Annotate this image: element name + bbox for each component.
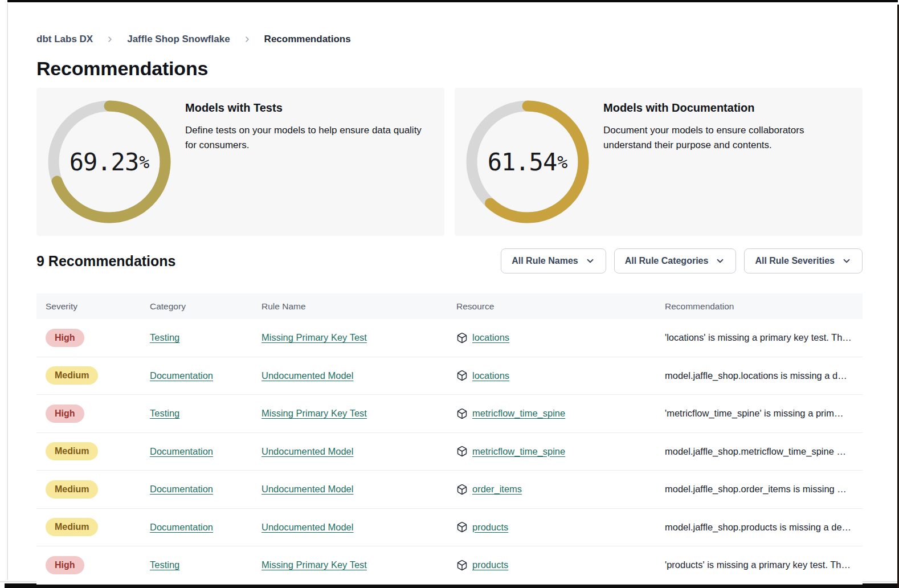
resource-link[interactable]: order_items xyxy=(472,484,522,495)
category-link[interactable]: Documentation xyxy=(150,522,213,532)
resource-link[interactable]: metricflow_time_spine xyxy=(472,408,565,419)
models-with-documentation-card: 61.54% Models with Documentation Documen… xyxy=(455,88,863,236)
resource-link[interactable]: locations xyxy=(472,370,509,381)
filter-label: All Rule Categories xyxy=(625,256,709,266)
app-window: dbt Labs DX Jaffle Shop Snowflake Recomm… xyxy=(0,0,899,588)
rule-name-link[interactable]: Undocumented Model xyxy=(261,370,353,381)
table-row: Medium Documentation Undocumented Model … xyxy=(36,509,863,547)
rule-categories-filter-dropdown[interactable]: All Rule Categories xyxy=(614,248,737,273)
tests-percentage-value: 69.23% xyxy=(48,100,171,223)
resource-link[interactable]: locations xyxy=(472,332,509,343)
filter-label: All Rule Severities xyxy=(755,256,835,266)
documentation-percentage-value: 61.54% xyxy=(466,100,589,223)
chevron-down-icon xyxy=(841,256,852,266)
rule-name-link[interactable]: Missing Primary Key Test xyxy=(261,560,367,570)
filter-bar: All Rule Names All Rule Categories All R… xyxy=(501,248,863,273)
rule-severities-filter-dropdown[interactable]: All Rule Severities xyxy=(744,248,863,273)
recommendation-text: model.jaffle_shop.metricflow_time_spine … xyxy=(656,446,863,457)
severity-badge: High xyxy=(46,329,84,347)
breadcrumb-item-project[interactable]: Jaffle Shop Snowflake xyxy=(127,34,230,45)
card-description: Define tests on your models to help ensu… xyxy=(185,123,430,153)
rule-name-link[interactable]: Undocumented Model xyxy=(261,522,353,532)
recommendations-list-header: 9 Recommendations All Rule Names All Rul… xyxy=(36,248,863,273)
model-cube-icon xyxy=(456,484,468,495)
card-title: Models with Documentation xyxy=(603,101,848,115)
recommendation-text: 'metricflow_time_spine' is missing a pri… xyxy=(656,408,863,419)
models-with-documentation-donut-chart: 61.54% xyxy=(466,100,589,223)
category-link[interactable]: Documentation xyxy=(150,446,213,456)
table-row: Medium Documentation Undocumented Model … xyxy=(36,471,863,509)
breadcrumb: dbt Labs DX Jaffle Shop Snowflake Recomm… xyxy=(36,34,863,45)
rule-names-filter-dropdown[interactable]: All Rule Names xyxy=(501,248,606,273)
table-row: Medium Documentation Undocumented Model … xyxy=(36,433,863,471)
recommendation-text: 'locations' is missing a primary key tes… xyxy=(656,332,863,343)
column-header-recommendation: Recommendation xyxy=(656,301,863,312)
category-link[interactable]: Testing xyxy=(150,332,179,342)
column-header-rule-name: Rule Name xyxy=(252,301,447,312)
resource-link[interactable]: products xyxy=(472,522,508,533)
rule-name-link[interactable]: Missing Primary Key Test xyxy=(261,408,367,418)
rule-name-link[interactable]: Undocumented Model xyxy=(261,484,353,494)
model-cube-icon xyxy=(456,446,468,457)
column-header-resource: Resource xyxy=(447,301,656,312)
chevron-right-icon xyxy=(105,35,115,44)
table-row: Medium Documentation Undocumented Model … xyxy=(36,357,863,395)
severity-badge: Medium xyxy=(46,442,98,460)
category-link[interactable]: Testing xyxy=(150,560,179,570)
breadcrumb-item-account[interactable]: dbt Labs DX xyxy=(36,34,93,45)
severity-badge: Medium xyxy=(46,366,98,385)
breadcrumb-item-current: Recommendations xyxy=(264,34,351,45)
severity-badge: High xyxy=(46,556,84,574)
severity-badge: High xyxy=(46,405,84,423)
rule-name-link[interactable]: Undocumented Model xyxy=(261,446,353,456)
model-cube-icon xyxy=(456,521,468,533)
model-cube-icon xyxy=(456,560,468,571)
recommendation-text: model.jaffle_shop.products is missing a … xyxy=(656,522,863,533)
models-with-tests-card: 69.23% Models with Tests Define tests on… xyxy=(36,88,444,236)
table-row: High Testing Missing Primary Key Test pr… xyxy=(36,546,863,585)
card-description: Document your models to ensure collabora… xyxy=(603,123,848,153)
card-title: Models with Tests xyxy=(185,101,430,115)
severity-badge: Medium xyxy=(46,480,98,499)
severity-badge: Medium xyxy=(46,518,98,536)
recommendations-table: Severity Category Rule Name Resource Rec… xyxy=(36,293,863,585)
score-cards: 69.23% Models with Tests Define tests on… xyxy=(36,88,863,236)
recommendation-text: model.jaffle_shop.order_items is missing… xyxy=(656,484,863,495)
recommendation-text: model.jaffle_shop.locations is missing a… xyxy=(656,370,863,381)
chevron-down-icon xyxy=(715,256,725,266)
category-link[interactable]: Documentation xyxy=(150,484,213,494)
chevron-right-icon xyxy=(243,35,252,44)
category-link[interactable]: Documentation xyxy=(150,370,213,381)
model-cube-icon xyxy=(456,332,468,344)
resource-link[interactable]: metricflow_time_spine xyxy=(472,446,565,457)
column-header-category: Category xyxy=(141,301,252,312)
page-title: Recommendations xyxy=(36,56,863,80)
model-cube-icon xyxy=(456,370,468,381)
category-link[interactable]: Testing xyxy=(150,408,179,418)
recommendation-text: 'products' is missing a primary key test… xyxy=(656,560,863,570)
rule-name-link[interactable]: Missing Primary Key Test xyxy=(261,332,367,342)
table-header-row: Severity Category Rule Name Resource Rec… xyxy=(36,293,863,319)
model-cube-icon xyxy=(456,408,468,419)
column-header-severity: Severity xyxy=(36,301,141,312)
chevron-down-icon xyxy=(585,256,595,266)
recommendations-page: dbt Labs DX Jaffle Shop Snowflake Recomm… xyxy=(0,0,899,585)
resource-link[interactable]: products xyxy=(472,560,508,570)
table-row: High Testing Missing Primary Key Test lo… xyxy=(36,319,863,357)
filter-label: All Rule Names xyxy=(512,256,578,266)
models-with-tests-donut-chart: 69.23% xyxy=(48,100,171,223)
table-row: High Testing Missing Primary Key Test me… xyxy=(36,395,863,433)
recommendations-count-heading: 9 Recommendations xyxy=(36,253,176,270)
